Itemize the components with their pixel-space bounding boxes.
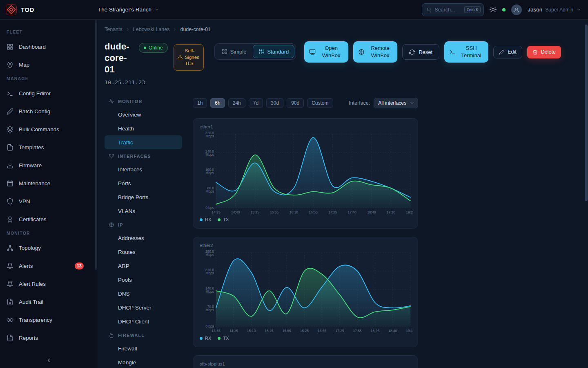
traffic-chart[interactable]: 320.0Mbps240.0Mbps160.0Mbps80.0Mbps0 bps… (199, 131, 413, 215)
time-range-90d[interactable]: 90d (287, 98, 304, 108)
traffic-chart[interactable]: 280.0Mbps210.0Mbps140.0Mbps70.0Mbps0 bps… (199, 249, 413, 334)
svg-text:18:40: 18:40 (367, 210, 376, 214)
subnav-item-vlans[interactable]: VLANs (105, 204, 182, 218)
mode-segment-label: Standard (267, 49, 289, 55)
tls-badge: Self-Signed TLS (174, 44, 204, 71)
time-range-6h[interactable]: 6h (210, 98, 225, 108)
terminal-icon (449, 49, 456, 55)
mode-segment-simple[interactable]: Simple (216, 45, 252, 58)
time-range-24h[interactable]: 24h (228, 98, 245, 108)
sidebar-item-maintenance[interactable]: Maintenance (0, 174, 98, 192)
device-ip: 10.25.211.23 (105, 79, 168, 85)
sidebar-collapse-button[interactable] (46, 357, 52, 364)
reset-button[interactable]: Reset (402, 44, 439, 60)
subnav-item-overview[interactable]: Overview (105, 108, 182, 121)
subnav-item-health[interactable]: Health (105, 121, 182, 135)
sidebar-item-audit-trail[interactable]: Audit Trail (0, 293, 98, 311)
interface-select[interactable]: All interfaces (374, 98, 418, 108)
online-dot-icon (144, 47, 146, 49)
legend-tx[interactable]: TX (218, 217, 229, 222)
sidebar-item-map[interactable]: Map (0, 56, 98, 74)
time-range-1h[interactable]: 1h (193, 98, 207, 108)
mode-segment-standard[interactable]: Standard (253, 45, 294, 58)
ssh-terminal-button[interactable]: SSH Terminal (444, 41, 488, 63)
user-menu[interactable]: Jason Super Admin (528, 7, 581, 13)
user-role: Super Admin (545, 7, 573, 13)
badge-icon (7, 216, 13, 223)
subnav-item-dns[interactable]: DNS (105, 287, 182, 301)
flame-icon (109, 332, 114, 338)
search-input[interactable]: Search... Cmd+K (422, 3, 484, 16)
chart-controls: 1h6h24h7d30d90dCustom Interface: All int… (193, 98, 418, 108)
page-scrollbar[interactable] (585, 20, 588, 367)
sidebar-item-vpn[interactable]: VPN (0, 192, 98, 210)
pen-icon (7, 108, 13, 115)
traffic-chart-card-sfp-sfpplus1: sfp-sfpplus1 (193, 355, 418, 368)
legend-rx[interactable]: RX (200, 217, 211, 222)
subnav-item-bridge-ports[interactable]: Bridge Ports (105, 190, 182, 204)
interface-filter-label: Interface: (349, 100, 370, 106)
globe-icon (109, 222, 114, 228)
svg-text:Mbps: Mbps (205, 153, 214, 157)
sidebar-item-batch-config[interactable]: Batch Config (0, 102, 98, 120)
sidebar-item-config-editor[interactable]: Config Editor (0, 84, 98, 102)
subnav-item-ports[interactable]: Ports (105, 176, 182, 190)
sidebar-item-certificates[interactable]: Certificates (0, 210, 98, 228)
sidebar-item-label: Certificates (19, 216, 47, 222)
tenant-selector[interactable]: The Stranger's Ranch (98, 7, 160, 13)
subnav-item-interfaces[interactable]: Interfaces (105, 162, 182, 176)
edit-button[interactable]: Edit (493, 46, 522, 58)
sidebar-item-topology[interactable]: Topology (0, 239, 98, 257)
svg-text:17:40: 17:40 (348, 210, 357, 214)
sidebar-item-label: Topology (19, 245, 41, 251)
tenant-name: The Stranger's Ranch (98, 7, 151, 13)
refresh-icon (409, 49, 415, 55)
subnav-item-pools[interactable]: Pools (105, 273, 182, 287)
breadcrumb-tenant[interactable]: Lebowski Lanes (133, 27, 170, 32)
sidebar-item-bulk-commands[interactable]: Bulk Commands (0, 120, 98, 138)
subnav-item-dhcp-server[interactable]: DHCP Server (105, 301, 182, 314)
shield-icon (7, 198, 13, 205)
sidebar-item-label: Batch Config (19, 108, 50, 114)
sidebar-item-reports[interactable]: Reports (0, 329, 98, 347)
open-winbox-button[interactable]: Open WinBox (304, 41, 348, 63)
subnav-item-routes[interactable]: Routes (105, 245, 182, 259)
calendar-icon (7, 180, 13, 187)
subnav-item-mangle[interactable]: Mangle (105, 355, 182, 368)
avatar[interactable] (511, 4, 522, 15)
sidebar-scrollbar[interactable] (95, 20, 97, 270)
page-scrollbar-thumb[interactable] (585, 25, 588, 201)
charts-column: 1h6h24h7d30d90dCustom Interface: All int… (193, 95, 418, 368)
legend-tx[interactable]: TX (218, 336, 229, 341)
breadcrumb-tenants[interactable]: Tenants (105, 27, 122, 32)
sidebar-item-alerts[interactable]: Alerts13 (0, 257, 98, 275)
pen-icon (499, 49, 504, 55)
remote-winbox-button[interactable]: Remote WinBox (353, 41, 397, 63)
device-title-block: dude-core-01 Online 10.25.211.23 (105, 41, 168, 85)
sidebar-item-transparency[interactable]: Transparency (0, 311, 98, 329)
svg-text:0 bps: 0 bps (205, 206, 214, 210)
time-range-7d[interactable]: 7d (249, 98, 263, 108)
delete-button[interactable]: Delete (527, 46, 561, 58)
subnav-item-arp[interactable]: ARP (105, 259, 182, 273)
sidebar-item-label: Maintenance (19, 180, 50, 186)
app-logo-icon[interactable] (6, 4, 17, 15)
subnav-item-traffic[interactable]: Traffic (105, 135, 182, 149)
time-range-30d[interactable]: 30d (266, 98, 283, 108)
subnav-item-firewall[interactable]: Firewall (105, 341, 182, 355)
svg-text:17:25: 17:25 (335, 329, 344, 333)
sidebar-item-firmware[interactable]: Firmware (0, 156, 98, 174)
theme-toggle-button[interactable] (490, 6, 497, 13)
svg-text:13:55: 13:55 (212, 329, 220, 333)
legend-rx[interactable]: RX (200, 336, 211, 341)
sidebar-item-dashboard[interactable]: Dashboard (0, 38, 98, 56)
svg-text:0 bps: 0 bps (205, 324, 214, 328)
button-label: Edit (508, 49, 517, 55)
sidebar-item-templates[interactable]: Templates (0, 138, 98, 156)
search-placeholder: Search... (434, 7, 461, 13)
subnav-item-dhcp-client[interactable]: DHCP Client (105, 314, 182, 328)
time-range-custom[interactable]: Custom (307, 98, 333, 108)
brand: TOD (0, 4, 98, 15)
sidebar-item-alert-rules[interactable]: Alert Rules (0, 275, 98, 293)
subnav-item-addresses[interactable]: Addresses (105, 231, 182, 245)
